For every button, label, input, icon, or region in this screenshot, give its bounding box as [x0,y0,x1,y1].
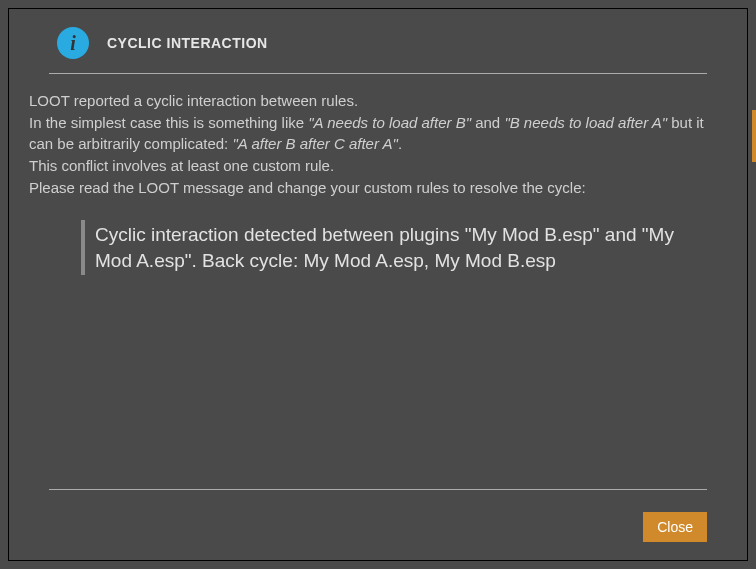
body-em: "A after B after C after A" [232,135,397,152]
close-button[interactable]: Close [643,512,707,542]
body-line-1: LOOT reported a cyclic interaction betwe… [29,90,727,111]
body-line-4: Please read the LOOT message and change … [29,177,727,198]
button-row: Close [49,512,707,542]
dialog-title: CYCLIC INTERACTION [107,35,268,51]
body-line-3: This conflict involves at least one cust… [29,155,727,176]
body-em: "B needs to load after A" [504,114,667,131]
divider-top [49,73,707,74]
info-icon-glyph: i [70,32,76,55]
dialog-footer: Close [9,489,747,560]
loot-message-quote: Cyclic interaction detected between plug… [81,220,701,275]
body-text: and [471,114,504,131]
body-line-2: In the simplest case this is something l… [29,112,727,154]
dialog-body: LOOT reported a cyclic interaction betwe… [9,90,747,489]
body-text: In the simplest case this is something l… [29,114,308,131]
dialog: i CYCLIC INTERACTION LOOT reported a cyc… [8,8,748,561]
body-em: "A needs to load after B" [308,114,471,131]
divider-bottom [49,489,707,490]
body-text: . [398,135,402,152]
dialog-header: i CYCLIC INTERACTION [9,9,747,73]
right-edge-accent [752,110,756,162]
info-icon: i [57,27,89,59]
